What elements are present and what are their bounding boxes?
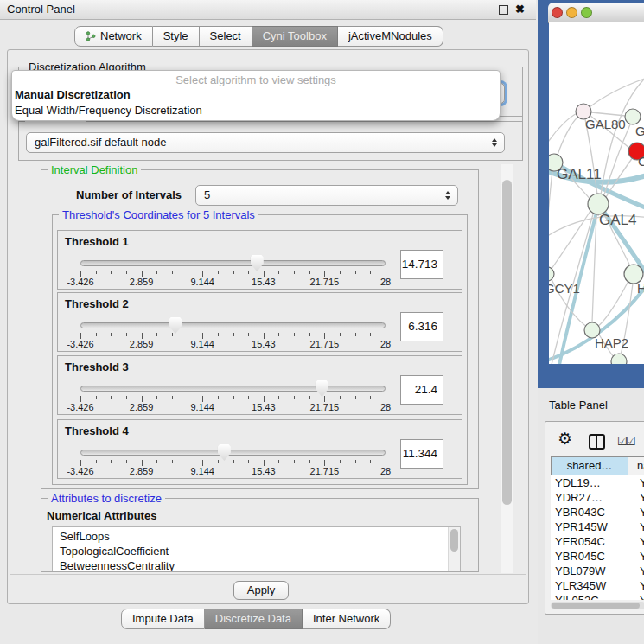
cell-shared-name[interactable]: YDR27… [551,490,628,505]
attribute-item[interactable]: SelfLoops [53,529,448,544]
vertical-scrollbar[interactable] [501,164,513,573]
list-scrollbar-thumb[interactable] [450,529,458,552]
table-row[interactable]: YDL19…YDL1 [551,475,644,490]
column-header-name[interactable]: na [628,456,644,475]
dropdown-placeholder-item[interactable]: Select algorithm to view settings [12,73,500,87]
threshold-value-field[interactable]: 11.344 [400,439,443,469]
close-traffic-light[interactable] [552,7,563,18]
threshold-value-field[interactable]: 14.713 [400,250,443,279]
apply-button[interactable]: Apply [233,581,289,600]
tick-mark [324,271,325,277]
cell-name[interactable]: YBR0 [628,549,644,564]
table-row[interactable]: YBL079WYBL0 [551,564,644,578]
tab-cyni-toolbox[interactable]: Cyni Toolbox [252,26,338,47]
horizontal-scrollbar[interactable] [551,602,644,609]
tick-mark [142,271,143,277]
table-row[interactable]: YPR145WYPR1 [551,520,644,534]
dropdown-item-manual-discretization[interactable]: Manual Discretization [15,87,131,102]
gear-icon[interactable]: ⚙ [558,430,572,449]
slider-thumb[interactable] [316,380,328,397]
list-scrollbar[interactable] [448,527,460,571]
tick-mark [156,396,157,399]
tick-mark [96,396,97,399]
tick-mark [126,333,127,336]
table-row[interactable]: YER054CYER0 [551,534,644,549]
table-data-combobox[interactable]: galFiltered.sif default node [26,132,505,153]
tick-mark [324,460,325,466]
network-view-window: GAL80GACGAL11GAL4GCY1HHAP2 [538,0,644,388]
cell-name[interactable]: YBR0 [628,505,644,520]
cell-name[interactable]: YDR2 [628,490,644,505]
tab-select[interactable]: Select [200,26,252,47]
tick-mark [340,333,341,336]
close-icon[interactable]: ✖ [515,2,525,17]
cell-shared-name[interactable]: YLR345W [551,578,628,593]
cell-shared-name[interactable]: YPR145W [551,520,628,534]
table-row[interactable]: YDR27…YDR2 [551,490,644,505]
network-window-titlebar[interactable] [548,3,644,23]
network-node[interactable] [611,354,627,364]
tick-mark [188,271,188,274]
tick-mark [294,460,295,463]
cell-shared-name[interactable]: YBL079W [551,564,628,578]
threshold-value-field[interactable]: 6.316 [400,312,443,341]
cell-name[interactable]: YBL0 [628,564,644,578]
table-row[interactable]: YBR045CYBR0 [551,549,644,564]
network-canvas[interactable]: GAL80GACGAL11GAL4GCY1HHAP2 [549,22,644,364]
threshold-label: Threshold 4 [65,424,129,437]
slider-track[interactable] [80,260,386,266]
tick-mark [233,333,234,336]
network-edge[interactable] [590,77,644,107]
cell-name[interactable]: YER0 [628,534,644,549]
network-node[interactable] [549,267,554,281]
dropdown-item-equal-width-frequency[interactable]: Equal Width/Frequency Discretization [15,103,202,118]
tab-jactivemnodules[interactable]: jActiveMNodules [338,26,443,47]
slider-track[interactable] [80,386,386,392]
column-header-shared-name[interactable]: shared… [551,456,628,475]
tab-style[interactable]: Style [153,26,200,47]
slider-thumb[interactable] [251,255,264,271]
cell-shared-name[interactable]: YBR043C [551,505,628,520]
cell-name[interactable]: YPR1 [628,520,644,534]
network-edge[interactable] [549,171,552,256]
attribute-item[interactable]: TopologicalCoefficient [53,544,448,558]
cell-shared-name[interactable]: YER054C [551,534,628,549]
slider-track[interactable] [80,322,386,328]
minimize-traffic-light[interactable] [566,7,577,18]
table-row[interactable]: YIL052CYIL0 [551,593,644,600]
zoom-traffic-light[interactable] [581,7,592,18]
table-row[interactable]: YBR043CYBR0 [551,505,644,520]
tab-impute-data[interactable]: Impute Data [121,609,205,629]
network-node[interactable] [625,109,641,124]
tab-infer-network[interactable]: Infer Network [303,609,391,629]
network-node-label: HAP2 [595,335,628,350]
tick-mark [370,396,371,399]
slider-thumb[interactable] [169,317,182,334]
network-edge[interactable] [549,113,577,149]
cell-shared-name[interactable]: YDL19… [551,475,628,490]
float-window-icon[interactable] [499,5,508,15]
cell-name[interactable]: YIL0 [628,593,644,600]
slider-track[interactable] [80,450,386,456]
cell-shared-name[interactable]: YBR045C [551,549,628,564]
tick-mark [309,396,310,399]
horizontal-scrollbar-thumb[interactable] [552,603,640,609]
number-of-intervals-value: 5 [204,188,210,201]
threshold-value-field[interactable]: 21.4 [400,375,443,405]
split-columns-icon[interactable] [589,434,605,450]
tab-style-label: Style [163,27,188,46]
tab-network[interactable]: Network [74,26,153,47]
number-of-intervals-combobox[interactable]: 5 [195,185,458,206]
network-edge[interactable] [558,118,577,155]
slider-thumb[interactable] [218,444,231,461]
vertical-scrollbar-thumb[interactable] [502,180,512,505]
cell-shared-name[interactable]: YIL052C [551,593,628,600]
checkboxes-icon[interactable]: ☑☑ [617,435,634,448]
cell-name[interactable]: YLR3 [628,578,644,593]
table-row[interactable]: YLR345WYLR3 [551,578,644,593]
attribute-item[interactable]: BetweennessCentrality [53,558,448,571]
cell-name[interactable]: YDL1 [628,475,644,490]
network-edge[interactable] [591,112,626,116]
network-node-label: GAL11 [557,166,602,182]
tab-discretize-data[interactable]: Discretize Data [205,609,303,629]
